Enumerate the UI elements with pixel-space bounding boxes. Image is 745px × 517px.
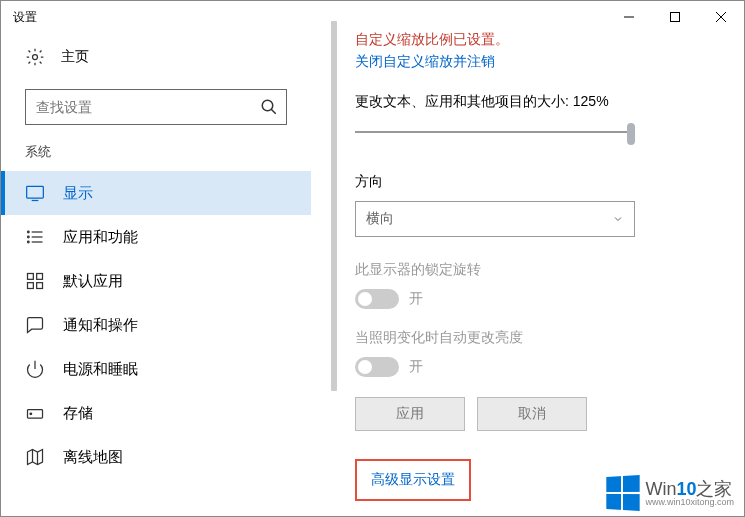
gear-icon xyxy=(25,47,45,67)
lock-rotation-toggle xyxy=(355,289,399,309)
advanced-display-link[interactable]: 高级显示设置 xyxy=(363,465,463,495)
chevron-down-icon xyxy=(612,213,624,225)
lock-rotation-state: 开 xyxy=(409,290,423,308)
nav-default-apps[interactable]: 默认应用 xyxy=(1,259,311,303)
svg-rect-16 xyxy=(37,274,43,280)
svg-point-13 xyxy=(28,236,30,238)
search-icon xyxy=(260,98,278,116)
home-link[interactable]: 主页 xyxy=(1,33,311,81)
nav-label: 离线地图 xyxy=(63,448,123,467)
list-icon xyxy=(25,227,45,247)
svg-rect-15 xyxy=(28,274,34,280)
brightness-state: 开 xyxy=(409,358,423,376)
map-icon xyxy=(25,447,45,467)
category-label: 系统 xyxy=(1,143,311,171)
nav-label: 显示 xyxy=(63,184,93,203)
svg-point-21 xyxy=(30,413,32,415)
svg-line-6 xyxy=(271,109,276,114)
svg-point-14 xyxy=(28,241,30,243)
home-label: 主页 xyxy=(61,48,89,66)
right-pane: 自定义缩放比例已设置。 关闭自定义缩放并注销 更改文本、应用和其他项目的大小: … xyxy=(331,21,724,516)
scrollbar[interactable] xyxy=(331,21,337,516)
left-pane: 主页 系统 显示 应用和功能 默认应用 通知和操作 xyxy=(1,33,311,516)
nav-label: 应用和功能 xyxy=(63,228,138,247)
apply-button: 应用 xyxy=(355,397,465,431)
search-box[interactable] xyxy=(25,89,287,125)
cancel-button: 取消 xyxy=(477,397,587,431)
turn-off-scaling-link[interactable]: 关闭自定义缩放并注销 xyxy=(355,53,724,71)
nav-power[interactable]: 电源和睡眠 xyxy=(1,347,311,391)
nav-label: 通知和操作 xyxy=(63,316,138,335)
slider-thumb[interactable] xyxy=(627,123,635,145)
svg-point-12 xyxy=(28,231,30,233)
nav-label: 存储 xyxy=(63,404,93,423)
orientation-dropdown[interactable]: 横向 xyxy=(355,201,635,237)
grid-icon xyxy=(25,271,45,291)
scrollbar-thumb[interactable] xyxy=(331,21,337,391)
search-input[interactable] xyxy=(36,99,260,115)
brightness-label: 当照明变化时自动更改亮度 xyxy=(355,329,724,347)
watermark-brand: Win10之家 xyxy=(645,480,732,498)
nav-label: 默认应用 xyxy=(63,272,123,291)
svg-rect-18 xyxy=(37,283,43,289)
svg-marker-22 xyxy=(28,450,43,465)
brightness-toggle xyxy=(355,357,399,377)
nav-label: 电源和睡眠 xyxy=(63,360,138,379)
lock-rotation-label: 此显示器的锁定旋转 xyxy=(355,261,724,279)
monitor-icon xyxy=(25,183,45,203)
svg-rect-7 xyxy=(27,186,44,198)
scale-slider[interactable] xyxy=(355,121,635,145)
orientation-label: 方向 xyxy=(355,173,724,191)
scale-label: 更改文本、应用和其他项目的大小: 125% xyxy=(355,93,724,111)
watermark-url: www.win10xitong.com xyxy=(645,498,734,507)
nav-notifications[interactable]: 通知和操作 xyxy=(1,303,311,347)
storage-icon xyxy=(25,403,45,423)
svg-point-5 xyxy=(262,100,273,111)
orientation-value: 横向 xyxy=(366,210,394,228)
nav-apps[interactable]: 应用和功能 xyxy=(1,215,311,259)
message-icon xyxy=(25,315,45,335)
custom-scale-warning: 自定义缩放比例已设置。 xyxy=(355,31,724,49)
watermark: Win10之家 www.win10xitong.com xyxy=(605,476,734,510)
advanced-highlight: 高级显示设置 xyxy=(355,459,471,501)
svg-rect-17 xyxy=(28,283,34,289)
nav-maps[interactable]: 离线地图 xyxy=(1,435,311,479)
windows-logo-icon xyxy=(607,475,640,511)
nav-storage[interactable]: 存储 xyxy=(1,391,311,435)
nav-list: 显示 应用和功能 默认应用 通知和操作 电源和睡眠 存储 xyxy=(1,171,311,479)
window-title: 设置 xyxy=(13,9,37,26)
svg-point-4 xyxy=(33,55,38,60)
slider-track xyxy=(355,131,635,133)
nav-display[interactable]: 显示 xyxy=(1,171,311,215)
power-icon xyxy=(25,359,45,379)
